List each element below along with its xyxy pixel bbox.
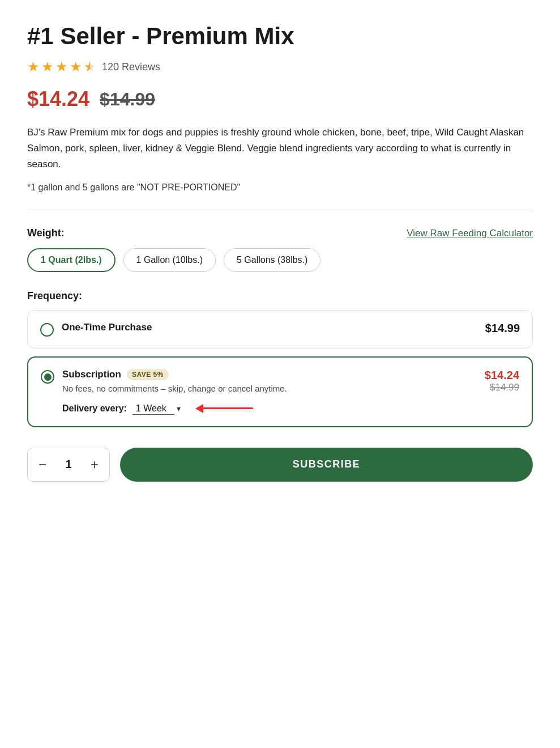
subscription-desc: No fees, no commitments – skip, change o… [62, 382, 287, 396]
arrow-line [202, 407, 253, 409]
subscription-original-price: $14.99 [468, 382, 519, 393]
price-row: $14.24 $14.99 [27, 87, 533, 111]
reviews-count: 120 Reviews [102, 61, 160, 73]
one-time-price-value: $14.99 [485, 322, 520, 334]
decrement-button[interactable]: − [28, 448, 57, 482]
one-time-purchase-card[interactable]: One-Time Purchase $14.99 [27, 310, 533, 348]
star-3: ★ [55, 59, 68, 75]
one-time-radio[interactable] [40, 323, 54, 337]
product-description: BJ's Raw Premium mix for dogs and puppie… [27, 125, 533, 172]
weight-options: 1 Quart (2lbs.) 1 Gallon (10lbs.) 5 Gall… [27, 248, 533, 272]
rating-row: ★ ★ ★ ★ ★★ 120 Reviews [27, 59, 533, 75]
bottom-bar: − 1 + SUBSCRIBE [27, 448, 533, 482]
increment-button[interactable]: + [80, 448, 109, 482]
one-time-price: $14.99 [469, 322, 520, 335]
product-note: *1 gallon and 5 gallons are "NOT PRE-POR… [27, 182, 533, 193]
delivery-select[interactable]: 1 Week 2 Weeks 3 Weeks 4 Weeks [132, 402, 174, 415]
quantity-control[interactable]: − 1 + [27, 448, 110, 482]
weight-label: Weight: [27, 227, 65, 239]
delivery-select-wrapper[interactable]: 1 Week 2 Weeks 3 Weeks 4 Weeks ▾ [132, 402, 181, 415]
frequency-section: Frequency: One-Time Purchase $14.99 Subs… [27, 290, 533, 427]
red-arrow [195, 404, 253, 413]
one-time-title-row: One-Time Purchase [62, 322, 152, 333]
original-price: $14.99 [100, 89, 155, 110]
calculator-link[interactable]: View Raw Feeding Calculator [407, 228, 533, 239]
delivery-label: Delivery every: [62, 403, 127, 414]
subscription-title-row: Subscription SAVE 5% [62, 369, 287, 380]
star-rating: ★ ★ ★ ★ ★★ [27, 59, 96, 75]
weight-header: Weight: View Raw Feeding Calculator [27, 227, 533, 239]
arrow-indicator [195, 404, 253, 413]
subscription-left: Subscription SAVE 5% No fees, no commitm… [41, 369, 287, 415]
subscription-card[interactable]: Subscription SAVE 5% No fees, no commitm… [27, 356, 533, 427]
weight-option-1quart[interactable]: 1 Quart (2lbs.) [27, 248, 116, 272]
star-5-half: ★★ [84, 59, 96, 75]
subscription-radio[interactable] [41, 370, 54, 384]
star-2: ★ [41, 59, 54, 75]
chevron-down-icon: ▾ [177, 404, 181, 413]
star-1: ★ [27, 59, 40, 75]
subscription-sale-price: $14.24 [468, 369, 519, 382]
weight-option-1gallon[interactable]: 1 Gallon (10lbs.) [123, 248, 216, 272]
subscription-content: Subscription SAVE 5% No fees, no commitm… [62, 369, 287, 415]
one-time-title: One-Time Purchase [62, 322, 152, 333]
weight-option-5gallons[interactable]: 5 Gallons (38lbs.) [224, 248, 320, 272]
sale-price: $14.24 [27, 87, 89, 111]
delivery-row: Delivery every: 1 Week 2 Weeks 3 Weeks 4… [62, 402, 287, 415]
one-time-left: One-Time Purchase [40, 322, 152, 337]
subscribe-button[interactable]: SUBSCRIBE [120, 448, 533, 482]
subscription-title: Subscription [62, 369, 121, 380]
star-4: ★ [70, 59, 82, 75]
save-badge: SAVE 5% [127, 369, 169, 380]
product-title: #1 Seller - Premium Mix [27, 23, 533, 50]
subscription-prices: $14.24 $14.99 [468, 369, 519, 393]
frequency-label: Frequency: [27, 290, 533, 302]
quantity-value: 1 [57, 458, 80, 471]
section-divider [27, 210, 533, 210]
one-time-content: One-Time Purchase [62, 322, 152, 335]
